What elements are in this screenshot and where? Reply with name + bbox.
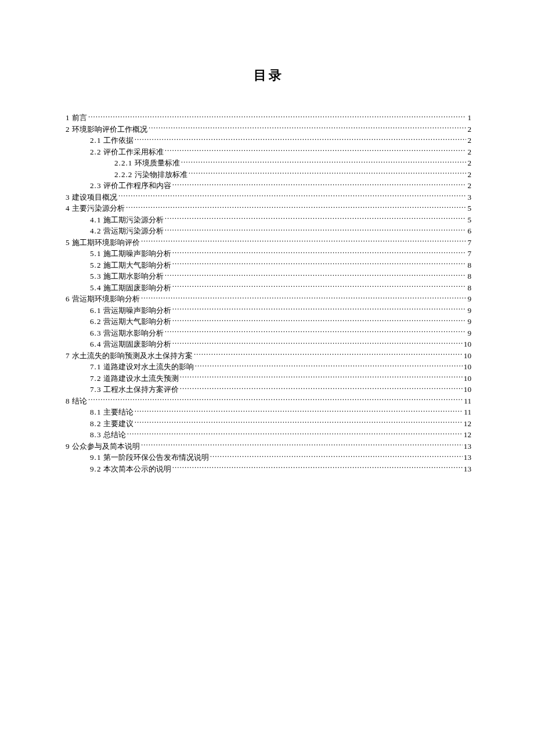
toc-entry-text: 营运期噪声影响分析 (101, 306, 171, 315)
toc-entry: 4.2 营运期污染源分析6 (66, 225, 471, 237)
toc-entry: 6.1 营运期噪声影响分析9 (66, 305, 471, 316)
toc-entry-page: 10 (464, 350, 471, 362)
toc-entry-label: 2 环境影响评价工作概况 (66, 124, 147, 135)
toc-entry-text: 第一阶段环保公告发布情况说明 (101, 453, 208, 462)
toc-entry: 8.1 主要结论11 (66, 406, 471, 418)
table-of-contents: 1 前言12 环境影响评价工作概况22.1 工作依据22.2 评价工作采用标准2… (66, 112, 471, 474)
toc-entry-number: 3 (66, 193, 70, 201)
toc-entry-label: 4.1 施工期污染源分析 (90, 214, 164, 226)
toc-entry-text: 施工期环境影响评价 (70, 238, 140, 247)
toc-entry-page: 8 (467, 271, 471, 282)
toc-entry-label: 7.2 道路建设水土流失预测 (90, 373, 179, 384)
toc-entry-label: 2.3 评价工作程序和内容 (90, 180, 171, 192)
toc-dot-leader (141, 294, 467, 301)
toc-dot-leader (195, 362, 463, 369)
toc-entry: 8.2 主要建议12 (66, 418, 471, 430)
toc-entry-label: 8 结论 (66, 395, 87, 407)
toc-entry: 6.4 营运期固废影响分析10 (66, 339, 471, 350)
toc-entry-label: 8.3 总结论 (90, 429, 126, 441)
toc-dot-leader (180, 373, 463, 380)
toc-entry-label: 5.4 施工期固废影响分析 (90, 282, 171, 294)
toc-entry: 2.2 评价工作采用标准2 (66, 146, 471, 158)
toc-dot-leader (172, 316, 467, 324)
toc-entry-number: 7.2 (90, 374, 101, 383)
toc-entry-page: 8 (467, 282, 471, 294)
toc-entry-number: 4.2 (90, 226, 101, 235)
toc-entry-page: 7 (467, 248, 471, 260)
toc-entry-page: 10 (464, 384, 471, 395)
toc-entry: 4.1 施工期污染源分析5 (66, 214, 471, 226)
toc-entry-page: 10 (464, 361, 471, 373)
toc-entry: 6.2 营运期大气影响分析9 (66, 316, 471, 327)
toc-entry-label: 7.1 道路建设对水土流失的影响 (90, 361, 194, 373)
toc-dot-leader (126, 203, 467, 211)
toc-entry-label: 2.2.1 环境质量标准 (114, 157, 180, 169)
toc-entry-text: 营运期固废影响分析 (101, 340, 171, 348)
toc-entry-label: 6.2 营运期大气影响分析 (90, 316, 171, 327)
toc-dot-leader (88, 113, 467, 120)
toc-entry-text: 水土流失的影响预测及水土保持方案 (70, 351, 193, 360)
toc-entry-text: 主要结论 (101, 408, 133, 416)
toc-dot-leader (172, 305, 467, 312)
toc-dot-leader (172, 249, 467, 256)
toc-dot-leader (141, 441, 463, 448)
toc-entry-label: 6.3 营运期水影响分析 (90, 327, 164, 339)
toc-dot-leader (118, 192, 467, 199)
toc-entry-page: 2 (467, 124, 471, 135)
toc-entry-number: 7 (66, 351, 70, 360)
toc-entry-page: 13 (464, 452, 471, 463)
toc-entry-page: 9 (467, 327, 471, 339)
toc-entry-text: 施工期固废影响分析 (101, 283, 171, 292)
toc-entry: 6.3 营运期水影响分析9 (66, 327, 471, 339)
toc-entry: 6 营运期环境影响分析9 (66, 293, 471, 305)
toc-dot-leader (172, 181, 467, 188)
toc-entry-label: 9.2 本次简本公示的说明 (90, 463, 171, 475)
toc-entry: 2.2.2 污染物排放标准2 (66, 169, 471, 181)
toc-entry-text: 施工期噪声影响分析 (101, 249, 171, 258)
toc-entry-label: 6.4 营运期固废影响分析 (90, 339, 171, 350)
toc-entry-text: 建设项目概况 (70, 193, 117, 201)
toc-entry-text: 施工期水影响分析 (101, 272, 163, 280)
toc-dot-leader (135, 418, 463, 426)
toc-entry-page: 9 (467, 316, 471, 327)
toc-entry-page: 5 (467, 203, 471, 214)
toc-entry: 2 环境影响评价工作概况2 (66, 124, 471, 135)
toc-dot-leader (165, 226, 467, 233)
toc-entry-page: 11 (464, 406, 471, 418)
toc-entry-number: 2 (66, 125, 70, 134)
toc-entry-label: 8.2 主要建议 (90, 418, 134, 430)
toc-entry-number: 2.2.1 (114, 159, 132, 167)
toc-entry: 8 结论11 (66, 395, 471, 407)
toc-dot-leader (181, 158, 467, 165)
toc-entry: 7.1 道路建设对水土流失的影响10 (66, 361, 471, 373)
toc-entry-label: 8.1 主要结论 (90, 406, 134, 418)
toc-entry-page: 10 (464, 339, 471, 350)
toc-entry: 5.3 施工期水影响分析8 (66, 271, 471, 282)
toc-entry: 2.2.1 环境质量标准2 (66, 157, 471, 169)
toc-entry: 3 建设项目概况3 (66, 192, 471, 203)
toc-entry-text: 主要污染源分析 (70, 204, 125, 213)
toc-entry-label: 3 建设项目概况 (66, 192, 117, 203)
toc-entry-text: 工作依据 (101, 136, 133, 145)
toc-entry-number: 5.3 (90, 272, 101, 280)
toc-entry-page: 10 (464, 373, 471, 384)
toc-entry: 9.2 本次简本公示的说明13 (66, 463, 471, 475)
toc-entry-label: 4 主要污染源分析 (66, 203, 125, 214)
toc-dot-leader (180, 384, 463, 392)
toc-dot-leader (189, 169, 467, 177)
toc-entry-text: 环境质量标准 (132, 159, 179, 167)
toc-dot-leader (172, 463, 463, 471)
toc-dot-leader (172, 339, 463, 347)
toc-dot-leader (165, 146, 467, 154)
toc-entry: 5.2 施工期大气影响分析8 (66, 260, 471, 271)
toc-entry: 5.4 施工期固废影响分析8 (66, 282, 471, 294)
toc-entry-number: 7.1 (90, 362, 101, 371)
toc-entry: 5 施工期环境影响评价7 (66, 237, 471, 249)
toc-dot-leader (127, 430, 463, 437)
toc-entry-number: 2.3 (90, 181, 101, 190)
toc-entry: 2.1 工作依据2 (66, 135, 471, 146)
toc-entry-label: 2.2.2 污染物排放标准 (114, 169, 187, 181)
toc-entry-text: 道路建设水土流失预测 (101, 374, 178, 383)
toc-entry-page: 2 (467, 180, 471, 192)
toc-entry-label: 7 水土流失的影响预测及水土保持方案 (66, 350, 193, 362)
